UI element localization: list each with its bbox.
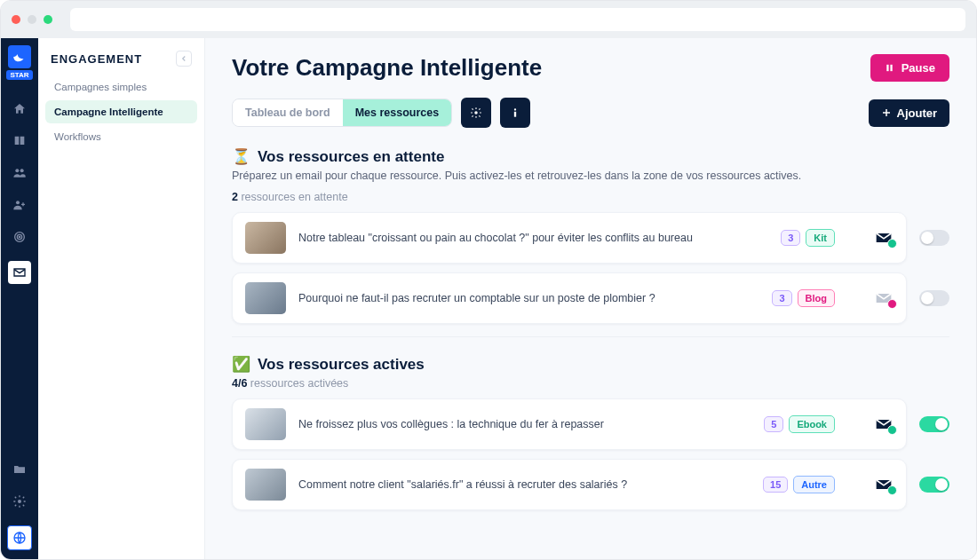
sidebar-title: ENGAGEMENT (51, 52, 142, 66)
resource-toggle[interactable] (919, 290, 949, 306)
folder-icon[interactable] (12, 461, 28, 477)
add-button[interactable]: Ajouter (869, 99, 950, 127)
resource-thumbnail (245, 222, 286, 254)
logo-block: STAR (6, 45, 32, 80)
resource-toggle[interactable] (919, 477, 949, 493)
svg-point-1 (20, 169, 24, 172)
gear-icon[interactable] (12, 493, 28, 509)
section-divider (232, 336, 949, 337)
users-icon[interactable] (12, 165, 28, 181)
svg-point-2 (16, 201, 20, 204)
resource-count-badge: 15 (763, 477, 788, 493)
active-section-title: ✅ Vos ressources actives (232, 355, 949, 374)
pause-button[interactable]: Pause (870, 54, 949, 82)
page-title: Votre Campagne Intelligente (232, 54, 542, 82)
plan-badge: STAR (6, 70, 32, 80)
sidebar-item-workflows[interactable]: Workflows (45, 125, 197, 148)
resource-tag: Kit (806, 229, 835, 247)
settings-button[interactable] (461, 98, 491, 128)
view-segmented-control: Tableau de bord Mes ressources (232, 99, 452, 127)
sidebar-item-campagne-intelligente[interactable]: Campagne Intelligente (45, 100, 197, 123)
resource-thumbnail (245, 408, 286, 440)
svg-point-0 (15, 169, 19, 172)
resource-title: Pourquoi ne faut-il pas recruter un comp… (298, 291, 759, 306)
url-bar[interactable] (70, 8, 965, 31)
sidebar: ENGAGEMENT Campagnes simples Campagne In… (38, 38, 205, 559)
resource-row: Comment notre client "salariés.fr" a réu… (232, 459, 949, 510)
pause-button-label: Pause (902, 61, 935, 75)
status-check-icon (887, 239, 897, 248)
mail-status-icon[interactable] (874, 476, 894, 493)
svg-rect-9 (890, 65, 892, 71)
envelope-icon[interactable] (8, 261, 31, 284)
pending-count: 2 ressources en attente (232, 191, 949, 203)
home-icon[interactable] (12, 101, 28, 117)
resource-count-badge: 5 (764, 416, 783, 432)
icon-rail: STAR (1, 38, 38, 559)
pending-section-title: ⏳ Vos ressources en attente (232, 147, 949, 166)
resource-title: Comment notre client "salariés.fr" a réu… (298, 477, 751, 493)
svg-rect-8 (886, 65, 888, 71)
resource-row: Ne froissez plus vos collègues : la tech… (232, 398, 949, 450)
resource-card[interactable]: Ne froissez plus vos collègues : la tech… (232, 398, 907, 450)
svg-point-10 (474, 111, 478, 114)
resource-count-badge: 3 (781, 230, 800, 246)
resource-card[interactable]: Notre tableau "croissant ou pain au choc… (232, 212, 907, 264)
mail-status-icon[interactable] (874, 229, 894, 247)
target-icon[interactable] (12, 229, 28, 245)
resource-row: Pourquoi ne faut-il pas recruter un comp… (232, 272, 949, 324)
resource-toggle[interactable] (919, 230, 949, 246)
info-button[interactable] (500, 98, 530, 128)
resource-toggle[interactable] (919, 416, 949, 432)
resource-tag: Autre (793, 476, 835, 493)
window-min-dot[interactable] (28, 15, 36, 24)
window-close-dot[interactable] (12, 15, 20, 24)
status-add-icon (887, 299, 897, 309)
hourglass-icon: ⏳ (232, 147, 250, 166)
svg-point-11 (514, 108, 516, 110)
tab-my-resources[interactable]: Mes ressources (343, 99, 452, 126)
mail-status-icon[interactable] (874, 415, 894, 433)
svg-point-6 (18, 500, 21, 503)
checkmark-icon: ✅ (232, 355, 250, 374)
svg-rect-12 (514, 112, 516, 117)
sidebar-item-campagnes-simples[interactable]: Campagnes simples (45, 75, 197, 99)
status-check-icon (887, 485, 897, 495)
resource-tag: Ebook (789, 415, 835, 433)
svg-point-5 (19, 236, 20, 237)
browser-chrome (1, 1, 976, 38)
window-max-dot[interactable] (44, 15, 52, 24)
user-plus-icon[interactable] (12, 197, 28, 213)
sidebar-collapse-icon[interactable] (176, 51, 192, 67)
resource-card[interactable]: Comment notre client "salariés.fr" a réu… (232, 459, 907, 510)
browser-frame: STAR (0, 0, 977, 560)
resource-card[interactable]: Pourquoi ne faut-il pas recruter un comp… (232, 272, 907, 324)
main-content: Votre Campagne Intelligente Pause Tablea… (205, 38, 976, 559)
resource-count-badge: 3 (772, 290, 791, 306)
resource-tag: Blog (798, 289, 835, 307)
status-check-icon (887, 425, 897, 435)
resource-thumbnail (245, 282, 286, 314)
book-icon[interactable] (12, 133, 28, 149)
pending-section-subtitle: Préparez un email pour chaque ressource.… (232, 170, 949, 182)
mail-status-icon[interactable] (874, 289, 894, 307)
resource-title: Notre tableau "croissant ou pain au choc… (298, 231, 768, 246)
add-button-label: Ajouter (897, 106, 938, 120)
tab-dashboard[interactable]: Tableau de bord (233, 99, 343, 126)
resource-thumbnail (245, 469, 286, 501)
resource-title: Ne froissez plus vos collègues : la tech… (298, 417, 751, 432)
globe-icon[interactable] (7, 525, 32, 550)
resource-row: Notre tableau "croissant ou pain au choc… (232, 212, 949, 264)
app-logo[interactable] (8, 45, 31, 68)
active-count: 4/6 ressources activées (232, 377, 949, 390)
